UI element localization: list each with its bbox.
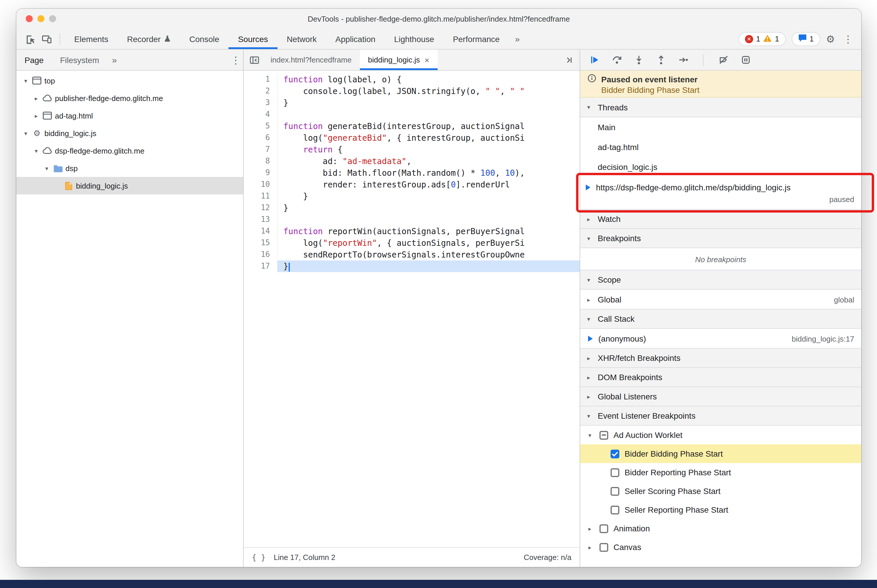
line-number[interactable]: 10 <box>244 178 278 190</box>
tree-item-publisher-domain[interactable]: ▸ publisher-fledge-demo.glitch.me <box>17 89 243 107</box>
checkbox-unchecked[interactable] <box>599 524 608 533</box>
close-tab-icon[interactable]: × <box>424 55 429 64</box>
tab-page[interactable]: Page <box>17 50 52 70</box>
elb-group-animation[interactable]: ▸ Animation <box>580 519 861 538</box>
tab-console[interactable]: Console <box>180 28 229 49</box>
resume-script-icon[interactable] <box>587 53 601 67</box>
errors-warnings-badge[interactable]: ✕ 1 1 <box>739 32 785 46</box>
thread-row-ad-tag[interactable]: ad-tag.html <box>580 137 861 157</box>
deactivate-breakpoints-icon[interactable] <box>716 53 730 67</box>
thread-row-main[interactable]: Main <box>580 117 861 137</box>
code-line[interactable]: 13 <box>244 214 580 225</box>
code-line[interactable]: 7 return { <box>244 144 580 155</box>
code-line[interactable]: 2 console.log(label, JSON.stringify(o, "… <box>244 85 580 97</box>
editor-tab-index-html[interactable]: index.html?fencedframe <box>262 50 360 70</box>
line-number[interactable]: 12 <box>244 202 278 214</box>
line-number[interactable]: 1 <box>244 74 278 85</box>
code-line[interactable]: 12} <box>244 202 580 214</box>
chevron-down-icon[interactable]: ▾ <box>21 77 30 84</box>
chevron-right-icon[interactable]: ▸ <box>32 95 41 101</box>
settings-gear-icon[interactable]: ⚙ <box>826 33 835 45</box>
code-line[interactable]: 4 <box>244 109 580 120</box>
tab-performance[interactable]: Performance <box>444 28 509 49</box>
pretty-print-icon[interactable]: { } <box>252 553 266 562</box>
code-line[interactable]: 6 log("generateBid", { interestGroup, au… <box>244 132 580 144</box>
tree-item-dsp-domain[interactable]: ▾ dsp-fledge-demo.glitch.me <box>17 142 243 159</box>
tree-item-top[interactable]: ▾ top <box>17 72 243 89</box>
section-call-stack[interactable]: ▾ Call Stack <box>580 309 861 329</box>
code-line[interactable]: 15 log("reportWin", { auctionSignals, pe… <box>244 237 580 249</box>
line-number[interactable]: 8 <box>244 155 278 167</box>
next-editor-tab-icon[interactable] <box>561 52 577 68</box>
section-breakpoints[interactable]: ▾ Breakpoints <box>580 228 861 248</box>
more-options-kebab-icon[interactable]: ⋮ <box>841 33 855 45</box>
line-number[interactable]: 14 <box>244 225 278 237</box>
line-number[interactable]: 11 <box>244 190 278 202</box>
tab-sources[interactable]: Sources <box>229 28 278 49</box>
step-over-icon[interactable] <box>609 53 623 67</box>
section-xhr-fetch-breakpoints[interactable]: ▸ XHR/fetch Breakpoints <box>580 348 861 368</box>
frame-location-link[interactable]: bidding_logic.js:17 <box>792 334 854 343</box>
tree-item-ad-tag-html[interactable]: ▸ ad-tag.html <box>17 107 243 124</box>
step-into-icon[interactable] <box>632 53 645 67</box>
code-line[interactable]: 9 bid: Math.floor(Math.random() * 100, 1… <box>244 167 580 178</box>
device-toolbar-icon[interactable] <box>39 31 55 47</box>
step-icon[interactable] <box>676 53 690 67</box>
line-number[interactable]: 15 <box>244 237 278 249</box>
line-number[interactable]: 17 <box>244 260 278 272</box>
code-line[interactable]: 8 ad: "ad-metadata", <box>244 155 580 167</box>
chevron-down-icon[interactable]: ▾ <box>21 130 30 136</box>
section-scope[interactable]: ▾ Scope <box>580 270 861 290</box>
code-line[interactable]: 11 } <box>244 190 580 202</box>
tab-application[interactable]: Application <box>326 28 385 49</box>
call-stack-frame-anonymous[interactable]: (anonymous) bidding_logic.js:17 <box>580 329 861 349</box>
navigator-more-tabs-chevron[interactable]: » <box>107 50 122 70</box>
tree-item-bidding-logic-worklet[interactable]: ▾ ⚙ bidding_logic.js <box>17 124 243 142</box>
line-number[interactable]: 16 <box>244 249 278 260</box>
checkbox-unchecked[interactable] <box>611 506 619 514</box>
elb-item-seller-scoring-phase-start[interactable]: Seller Scoring Phase Start <box>580 482 861 500</box>
tree-item-bidding-logic-file[interactable]: bidding_logic.js <box>17 177 243 195</box>
checkbox-checked[interactable] <box>611 449 619 458</box>
checkbox-unchecked[interactable] <box>611 468 619 477</box>
thread-row-current-bidding-logic[interactable]: https://dsp-fledge-demo.glitch.me/dsp/bi… <box>580 177 861 210</box>
section-watch[interactable]: ▸ Watch <box>580 209 861 229</box>
chevron-down-icon[interactable]: ▾ <box>42 165 51 171</box>
elb-item-bidder-reporting-phase-start[interactable]: Bidder Reporting Phase Start <box>580 463 861 482</box>
step-out-icon[interactable] <box>654 53 668 67</box>
line-number[interactable]: 7 <box>244 144 278 155</box>
code-line[interactable]: 5function generateBid(interestGroup, auc… <box>244 120 580 132</box>
section-global-listeners[interactable]: ▸ Global Listeners <box>580 387 861 406</box>
editor-tab-bidding-logic[interactable]: bidding_logic.js × <box>360 50 438 70</box>
code-line[interactable]: 14function reportWin(auctionSignals, per… <box>244 225 580 237</box>
line-number[interactable]: 13 <box>244 214 278 225</box>
section-threads[interactable]: ▾ Threads <box>580 98 861 117</box>
issues-badge[interactable]: 1 <box>791 32 820 46</box>
line-number[interactable]: 3 <box>244 97 278 109</box>
checkbox-unchecked[interactable] <box>599 543 608 552</box>
code-line[interactable]: 16 sendReportTo(browserSignals.interestG… <box>244 249 580 260</box>
navigator-kebab-icon[interactable]: ⋮ <box>229 54 243 66</box>
thread-row-decision-logic[interactable]: decision_logic.js <box>580 157 861 177</box>
tab-lighthouse[interactable]: Lighthouse <box>385 28 444 49</box>
elb-group-canvas[interactable]: ▸ Canvas <box>580 538 861 556</box>
line-number[interactable]: 5 <box>244 120 278 132</box>
inspect-element-icon[interactable] <box>22 31 39 47</box>
toggle-navigator-icon[interactable] <box>246 52 262 68</box>
tab-network[interactable]: Network <box>277 28 326 49</box>
checkbox-indeterminate[interactable] <box>599 430 608 440</box>
section-event-listener-breakpoints[interactable]: ▾ Event Listener Breakpoints <box>580 406 861 426</box>
pause-on-exceptions-icon[interactable] <box>739 53 752 67</box>
line-number[interactable]: 6 <box>244 132 278 144</box>
chevron-down-icon[interactable]: ▾ <box>32 147 41 154</box>
checkbox-unchecked[interactable] <box>611 487 619 495</box>
elb-item-bidder-bidding-phase-start[interactable]: Bidder Bidding Phase Start <box>580 444 861 463</box>
tab-recorder[interactable]: Recorder <box>118 28 180 49</box>
code-line[interactable]: 10 render: interestGroup.ads[0].renderUr… <box>244 178 580 190</box>
section-dom-breakpoints[interactable]: ▸ DOM Breakpoints <box>580 367 861 387</box>
tree-item-dsp-folder[interactable]: ▾ dsp <box>17 159 243 177</box>
elb-group-ad-auction-worklet[interactable]: ▾ Ad Auction Worklet <box>580 426 861 444</box>
tab-elements[interactable]: Elements <box>65 28 118 49</box>
code-editor[interactable]: 1function log(label, o) {2 console.log(l… <box>244 70 580 547</box>
line-number[interactable]: 9 <box>244 167 278 178</box>
